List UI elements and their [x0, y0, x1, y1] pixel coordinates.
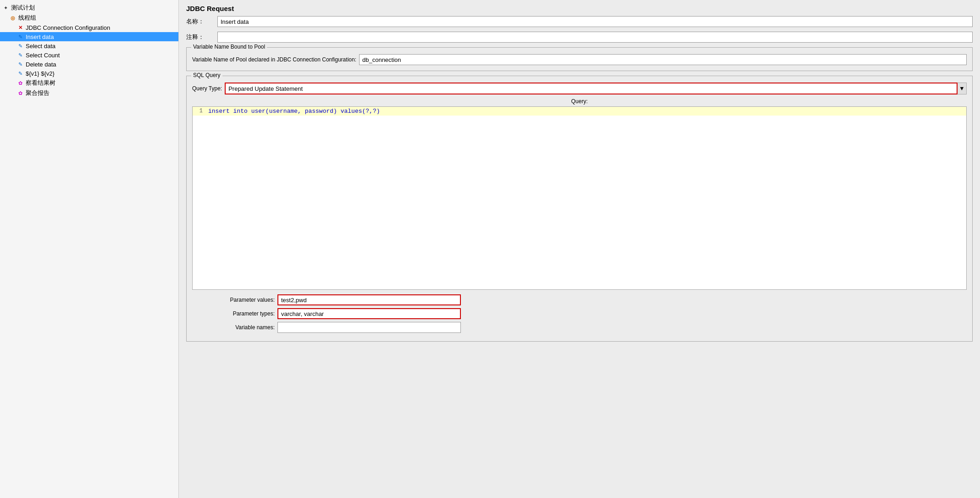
select-dropdown-arrow[interactable]: ▼ [958, 83, 967, 94]
listener-icon-view: ✿ [17, 79, 24, 87]
query-type-row: Query Type: Select Statement Update Stat… [192, 83, 967, 94]
sql-section: SQL Query Query Type: Select Statement U… [186, 76, 973, 342]
sidebar-item-jdbc-connection[interactable]: ✕ JDBC Connection Configuration [0, 23, 178, 32]
comment-row: 注释： [186, 32, 973, 43]
query-label: Query: [571, 98, 587, 105]
sidebar-label-view-result: 察看结果树 [26, 79, 55, 87]
sampler-icon-vars: ✎ [17, 70, 24, 77]
pool-label: Variable Name of Pool declared in JDBC C… [192, 56, 356, 63]
sidebar-label-insert-data: Insert data [26, 33, 54, 40]
query-type-wrapper: Select Statement Update Statement Callab… [225, 83, 967, 94]
bottom-fields: Parameter values: Parameter types: Varia… [192, 294, 967, 336]
sampler-icon-delete: ✎ [17, 61, 24, 68]
sidebar-item-test-plan[interactable]: ✦ 测试计划 [0, 3, 178, 13]
pool-row: Variable Name of Pool declared in JDBC C… [192, 54, 967, 65]
test-plan-icon: ✦ [2, 4, 9, 11]
sidebar-item-aggregate[interactable]: ✿ 聚合报告 [0, 88, 178, 98]
sampler-icon-select-count: ✎ [17, 51, 24, 59]
line-number-1: 1 [193, 107, 206, 114]
param-types-row: Parameter types: [192, 308, 967, 319]
sql-section-title: SQL Query [191, 72, 222, 78]
param-values-row: Parameter values: [192, 294, 967, 305]
variable-names-input[interactable] [277, 322, 461, 333]
sidebar: ✦ 测试计划 ◎ 线程组 ✕ JDBC Connection Configura… [0, 0, 179, 498]
comment-label: 注释： [186, 33, 214, 41]
pool-section: Variable Name Bound to Pool Variable Nam… [186, 47, 973, 71]
code-params: (?,?) [362, 108, 380, 115]
name-row: 名称： [186, 16, 973, 27]
form-area: 名称： 注释： Variable Name Bound to Pool Vari… [179, 16, 980, 498]
sidebar-label-thread-group: 线程组 [18, 14, 36, 22]
sidebar-label-select-count: Select Count [26, 52, 60, 59]
code-cols: (username, password) [266, 108, 341, 115]
query-label-row: Query: [192, 98, 967, 105]
code-text-1: insert into user(username, password) val… [206, 107, 382, 116]
code-editor[interactable]: 1 insert into user(username, password) v… [192, 106, 967, 290]
main-panel: JDBC Request 名称： 注释： Variable Name Bound… [179, 0, 980, 498]
thread-group-icon: ◎ [9, 14, 17, 22]
variable-names-label: Variable names: [192, 324, 275, 331]
query-type-select[interactable]: Select Statement Update Statement Callab… [225, 83, 958, 94]
sidebar-label-aggregate: 聚合报告 [26, 89, 50, 97]
variable-names-row: Variable names: [192, 322, 967, 333]
pool-section-title: Variable Name Bound to Pool [191, 44, 267, 50]
code-line-1: 1 insert into user(username, password) v… [193, 107, 966, 116]
query-type-label: Query Type: [192, 85, 222, 92]
sidebar-item-delete-data[interactable]: ✎ Delete data [0, 60, 178, 69]
param-values-input[interactable] [277, 294, 461, 305]
sampler-icon-select: ✎ [17, 42, 24, 50]
sidebar-label-select-data: Select data [26, 43, 55, 50]
code-table: user [251, 108, 266, 115]
sidebar-label-delete-data: Delete data [26, 61, 56, 68]
sidebar-item-vars[interactable]: ✎ ${v1} ${v2} [0, 69, 178, 78]
sidebar-label-test-plan: 测试计划 [11, 4, 35, 12]
code-kw-insert: insert into [208, 108, 251, 115]
sidebar-item-view-result[interactable]: ✿ 察看结果树 [0, 78, 178, 88]
name-input[interactable] [217, 16, 973, 27]
panel-title: JDBC Request [179, 0, 980, 16]
jdbc-icon: ✕ [17, 24, 24, 31]
name-label: 名称： [186, 17, 214, 26]
code-kw-values: values [341, 108, 362, 115]
param-values-label: Parameter values: [192, 297, 275, 303]
comment-input[interactable] [217, 32, 973, 43]
sidebar-item-select-count[interactable]: ✎ Select Count [0, 50, 178, 60]
sidebar-label-jdbc: JDBC Connection Configuration [26, 24, 110, 31]
listener-icon-aggregate: ✿ [17, 89, 24, 97]
sidebar-item-insert-data[interactable]: ✎ Insert data [0, 32, 178, 41]
pool-input[interactable] [359, 54, 967, 65]
param-types-input[interactable] [277, 308, 461, 319]
sidebar-item-thread-group[interactable]: ◎ 线程组 [0, 13, 178, 23]
sidebar-item-select-data[interactable]: ✎ Select data [0, 41, 178, 50]
sampler-icon-insert: ✎ [17, 33, 24, 40]
param-types-label: Parameter types: [192, 310, 275, 317]
sidebar-label-vars: ${v1} ${v2} [26, 70, 55, 77]
